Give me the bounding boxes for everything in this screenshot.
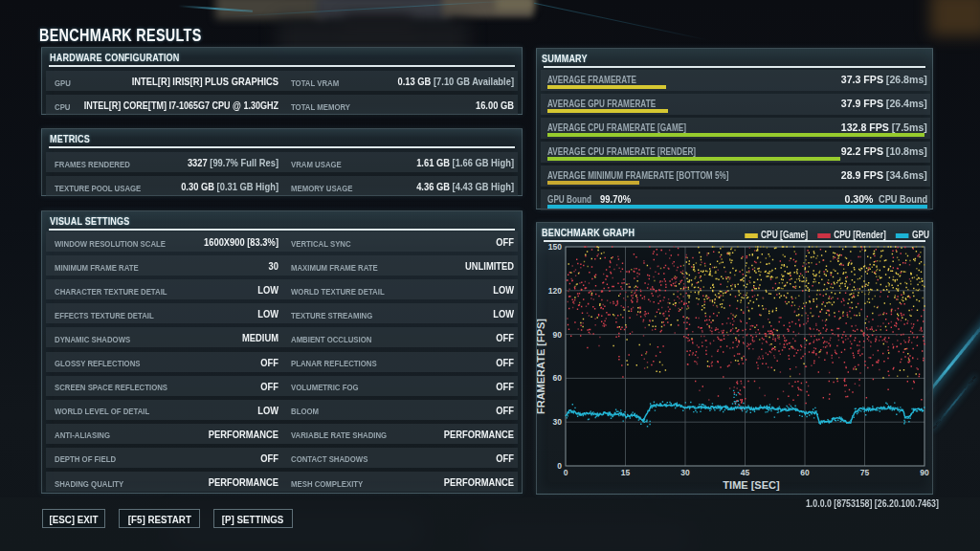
svg-text:90: 90 [553, 330, 563, 340]
svg-text:0: 0 [564, 468, 568, 477]
svg-text:TIME [SEC]: TIME [SEC] [723, 479, 780, 491]
svg-text:75: 75 [860, 468, 870, 477]
svg-text:150: 150 [548, 242, 562, 252]
svg-text:15: 15 [621, 468, 631, 477]
svg-text:30: 30 [553, 417, 563, 427]
svg-text:60: 60 [553, 373, 563, 383]
svg-text:30: 30 [680, 468, 690, 477]
svg-text:45: 45 [741, 468, 750, 477]
svg-text:FRAMERATE [FPS]: FRAMERATE [FPS] [537, 319, 546, 414]
svg-text:0: 0 [557, 461, 562, 471]
svg-text:120: 120 [548, 286, 562, 296]
svg-text:90: 90 [920, 468, 929, 477]
svg-text:60: 60 [800, 468, 810, 477]
